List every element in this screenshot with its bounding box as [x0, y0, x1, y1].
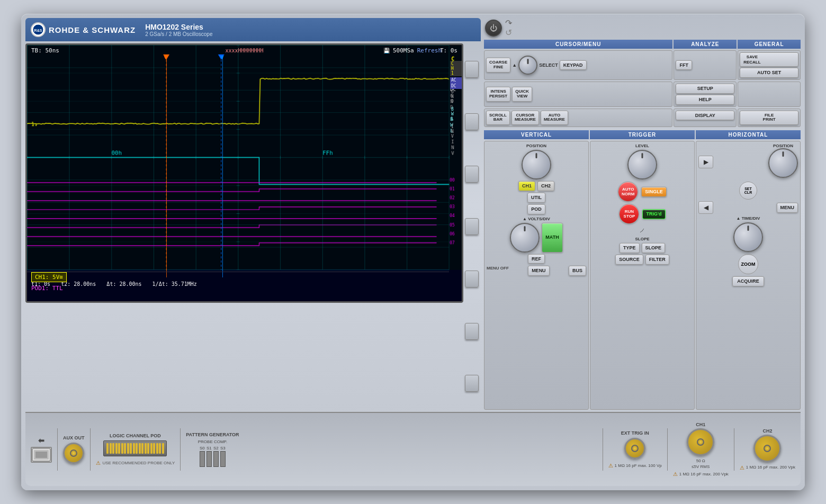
side-button-6[interactable] — [465, 323, 479, 340]
position-label: POSITION — [487, 143, 586, 148]
horiz-menu-button[interactable]: MENU — [777, 203, 798, 213]
menu-off-label: MENU OFF — [487, 266, 509, 276]
logic-pin — [153, 443, 155, 454]
intens-persist-button[interactable]: INTENSPERSIST — [486, 87, 510, 102]
ch2-bottom-section: CH2 ⚠ 1 MΩ 16 pF max. 200 Vpk — [740, 428, 795, 470]
source-button[interactable]: SOURCE — [615, 255, 643, 265]
side-button-3[interactable] — [465, 166, 479, 183]
set-clr-button[interactable]: SETCLR — [739, 182, 757, 200]
cursor-measure-button[interactable]: CURSORMEASURE — [511, 111, 539, 125]
time-div-knob[interactable] — [733, 222, 763, 252]
side-button-4[interactable] — [465, 218, 479, 235]
logic-pod-label: LOGIC CHANNEL POD — [110, 433, 161, 438]
model-name: HMO1202 Series — [145, 23, 212, 31]
right-panel: ⏻ ↷ ↺ CURSOR/MENU ANALYZE GENERAL COAR — [484, 18, 801, 410]
separator-2 — [90, 428, 91, 471]
type-button[interactable]: TYPE — [620, 243, 640, 253]
zoom-button[interactable]: ZOOM — [738, 254, 758, 274]
ch1-bnc-connector — [687, 428, 714, 456]
side-button-5[interactable] — [465, 271, 479, 287]
aux-out-label: AUX OUT — [63, 435, 85, 440]
left-panel: R&S ROHDE & SCHWARZ HMO1202 Series 2 GSa… — [25, 18, 481, 410]
trigD-button[interactable]: TRIG'd — [642, 209, 665, 219]
logic-pin — [159, 443, 161, 454]
horizontal-header: HORIZONTAL — [696, 130, 801, 139]
s2-jack — [213, 451, 219, 467]
play-forward-button[interactable]: ▶ — [698, 156, 713, 168]
pattern-gen-label: PATTERN GENERATOR — [186, 432, 239, 437]
warning-ext-trig: ⚠ — [608, 463, 613, 469]
ch2-bnc-inner — [764, 445, 771, 452]
s2-label: S2 — [213, 446, 219, 451]
logic-pin — [162, 443, 164, 454]
display-button[interactable]: DISPLAY — [676, 111, 734, 121]
play-back-button[interactable]: ◀ — [698, 201, 713, 214]
horiz-position-label: POSITION — [768, 143, 798, 148]
logic-pin — [139, 443, 141, 454]
save-recall-button[interactable]: SAVERECALL — [740, 52, 798, 67]
acquire-button[interactable]: ACQUIRE — [732, 276, 764, 286]
model-sub: 2 GSa/s / 2 MB Oscilloscope — [145, 31, 212, 37]
logic-pin — [118, 443, 120, 454]
vertical-position-knob[interactable] — [522, 150, 551, 179]
usb-section: ⬅ — [31, 436, 52, 463]
brand-logo: R&S ROHDE & SCHWARZ — [31, 22, 136, 37]
bus-button[interactable]: BUS — [569, 266, 586, 276]
separator-5 — [667, 428, 668, 471]
ch1-bottom-section: CH1 50 Ω ≤5V RMS ⚠ 1 MΩ 16 pF max. 200 V… — [673, 422, 729, 477]
single-button[interactable]: SINGLE — [641, 187, 667, 197]
run-stop-button[interactable]: RUNSTOP — [619, 204, 639, 224]
probe-comp-label: PROBE COMP. — [198, 439, 227, 444]
util-button[interactable]: UTIL — [527, 193, 545, 203]
usb-icon-label: ⬅ — [38, 436, 44, 445]
logic-pin — [112, 443, 114, 454]
help-button[interactable]: HELP — [676, 95, 734, 105]
bottom-panel: ⬅ AUX OUT LOGIC CHANNEL POD — [25, 412, 801, 486]
side-button-7[interactable] — [465, 375, 479, 392]
horizontal-position-knob[interactable] — [768, 148, 798, 178]
ch2-specs: 1 MΩ 16 pF max. 200 Vpk — [746, 464, 795, 470]
file-print-button[interactable]: FILEPRINT — [740, 111, 798, 125]
auto-set-button[interactable]: AUTO SET — [740, 68, 798, 78]
power-button[interactable]: ⏻ — [485, 20, 502, 37]
auto-norm-button[interactable]: AUTONORM — [618, 182, 638, 202]
logic-pin — [150, 443, 152, 454]
coarse-fine-button[interactable]: COARSEFINE — [486, 58, 510, 73]
svg-text:R&S: R&S — [34, 29, 42, 32]
logic-warning: USE RECOMMENDED PROBE ONLY — [103, 461, 175, 465]
volts-div-label: ▲ VOLTS/DIV — [487, 217, 586, 221]
quick-view-button[interactable]: QUICKVIEW — [512, 87, 532, 102]
logic-pin — [145, 443, 147, 454]
keypad-button[interactable]: KEYPAD — [560, 60, 587, 70]
aux-out-section: AUX OUT — [63, 435, 85, 464]
side-button-1[interactable] — [465, 61, 479, 78]
scroll-bar-button[interactable]: SCROLLBAR — [486, 111, 510, 125]
filter-button[interactable]: FILTER — [645, 255, 669, 265]
select-label: SELECT — [539, 62, 558, 68]
bnc-inner — [70, 449, 77, 457]
logic-pin — [124, 443, 126, 454]
math-button[interactable]: MATH — [542, 223, 562, 253]
ref-button[interactable]: REF — [528, 254, 545, 264]
select-icon: ▲ — [512, 62, 517, 68]
fft-button[interactable]: FFT — [676, 60, 692, 70]
ch2-button[interactable]: CH2 — [537, 181, 554, 191]
brand-name: ROHDE & SCHWARZ — [49, 25, 136, 34]
ext-trig-section: EXT TRIG IN ⚠ 1 MΩ 16 pF max. 100 Vp — [608, 430, 662, 469]
pod-button[interactable]: POD — [527, 204, 545, 214]
logic-pin — [121, 443, 123, 454]
slope-button[interactable]: SLOPE — [642, 243, 666, 253]
trigger-level-knob[interactable] — [627, 150, 657, 179]
separator-6 — [734, 428, 734, 471]
s0-jack — [200, 451, 205, 467]
side-button-2[interactable] — [465, 113, 479, 130]
vertical-menu-button[interactable]: MENU — [528, 266, 550, 276]
auto-measure-button[interactable]: AUTOMEASURE — [541, 111, 568, 125]
ch1-button[interactable]: CH1 — [518, 181, 535, 191]
select-knob[interactable] — [518, 56, 537, 75]
analyze-header: ANALYZE — [674, 40, 737, 49]
setup-button[interactable]: SETUP — [676, 84, 734, 94]
probe-comp-area: PROBE COMP. S0 S1 S2 — [198, 439, 227, 467]
volts-div-knob[interactable] — [510, 223, 540, 253]
s1-jack — [206, 451, 212, 467]
